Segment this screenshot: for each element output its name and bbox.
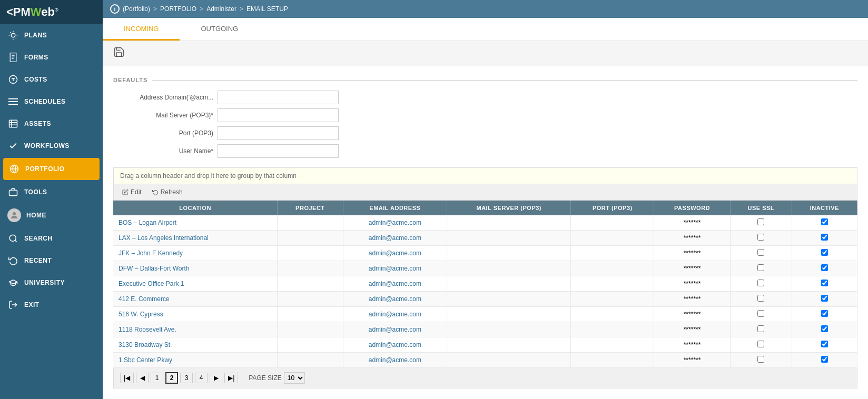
address-domain-input[interactable] [218, 91, 339, 104]
table-row[interactable]: 412 E. Commerceadmin@acme.com******* [113, 292, 857, 307]
page-3-button[interactable]: 3 [180, 373, 193, 383]
use-ssl-checkbox[interactable] [757, 325, 764, 332]
mail-server-label: Mail Server (POP3)* [113, 112, 213, 119]
nav-items: PLANS FORMS COSTS SCHEDULES [0, 24, 103, 316]
col-password[interactable]: PASSWORD [654, 201, 731, 215]
sidebar-item-university[interactable]: UNIVERSITY [0, 272, 103, 294]
page-last-button[interactable]: ▶| [224, 373, 238, 383]
inactive-checkbox[interactable] [821, 310, 828, 317]
save-button[interactable] [110, 45, 128, 62]
page-first-button[interactable]: |◀ [120, 373, 134, 383]
table-row[interactable]: 1 Sbc Center Pkwyadmin@acme.com******* [113, 353, 857, 368]
sidebar-item-workflows[interactable]: WORKFLOWS [0, 135, 103, 157]
inactive-checkbox[interactable] [821, 341, 828, 347]
inactive-checkbox[interactable] [821, 280, 828, 286]
inactive-checkbox[interactable] [821, 234, 828, 241]
sidebar-item-assets[interactable]: ASSETS [0, 113, 103, 135]
inactive-checkbox[interactable] [821, 356, 828, 363]
use-ssl-checkbox[interactable] [757, 218, 764, 225]
tools-icon [7, 186, 19, 198]
sidebar-item-label: ASSETS [24, 120, 51, 127]
table-row[interactable]: Executive Office Park 1admin@acme.com***… [113, 276, 857, 292]
table-row[interactable]: 516 W. Cypressadmin@acme.com******* [113, 307, 857, 322]
breadcrumb-email-setup: EMAIL SETUP [246, 5, 288, 13]
sidebar-item-label: PLANS [24, 32, 47, 39]
schedules-icon [7, 96, 19, 107]
sidebar-item-home[interactable]: HOME [0, 203, 103, 227]
sidebar: <PMWeb® PLANS FORMS COSTS [0, 0, 103, 399]
col-inactive[interactable]: INACTIVE [792, 201, 857, 215]
inactive-checkbox[interactable] [821, 295, 828, 302]
col-email[interactable]: EMAIL ADDRESS [343, 201, 447, 215]
sidebar-item-schedules[interactable]: SCHEDULES [0, 91, 103, 113]
inactive-checkbox[interactable] [821, 264, 828, 271]
sidebar-item-forms[interactable]: FORMS [0, 46, 103, 68]
sidebar-item-label: RECENT [24, 257, 52, 264]
sidebar-item-plans[interactable]: PLANS [0, 24, 103, 46]
page-1-button[interactable]: 1 [151, 373, 163, 383]
sidebar-item-label: FORMS [24, 54, 48, 61]
sidebar-item-label: TOOLS [24, 188, 47, 196]
sidebar-item-exit[interactable]: EXIT [0, 294, 103, 316]
sidebar-item-tools[interactable]: TOOLS [0, 181, 103, 203]
page-next-button[interactable]: ▶ [210, 373, 222, 383]
exit-icon [7, 299, 19, 311]
page-size-select[interactable]: 10 25 50 [284, 372, 305, 384]
sidebar-item-recent[interactable]: RECENT [0, 250, 103, 272]
use-ssl-checkbox[interactable] [757, 356, 764, 363]
col-project[interactable]: PROJECT [278, 201, 343, 215]
drag-hint: Drag a column header and drop it here to… [113, 167, 857, 184]
address-domain-label: Address Domain('@acm... [113, 94, 213, 101]
table-row[interactable]: JFK – John F Kennedyadmin@acme.com******… [113, 246, 857, 261]
use-ssl-checkbox[interactable] [757, 310, 764, 317]
table-row[interactable]: BOS – Logan Airportadmin@acme.com******* [113, 215, 857, 231]
col-location[interactable]: LOCATION [113, 201, 278, 215]
page-2-button[interactable]: 2 [165, 372, 178, 384]
sidebar-item-label: UNIVERSITY [24, 279, 65, 286]
use-ssl-checkbox[interactable] [757, 295, 764, 302]
use-ssl-checkbox[interactable] [757, 249, 764, 256]
forms-icon [7, 52, 19, 63]
defaults-header: DEFAULTS [113, 77, 857, 83]
col-use-ssl[interactable]: USE SSL [731, 201, 792, 215]
mail-server-input[interactable] [218, 108, 339, 122]
svg-line-4 [16, 38, 16, 38]
refresh-button[interactable]: Refresh [148, 187, 187, 197]
inactive-checkbox[interactable] [821, 325, 828, 332]
portfolio-icon [8, 163, 20, 175]
sidebar-item-costs[interactable]: COSTS [0, 68, 103, 91]
username-input[interactable] [218, 144, 339, 158]
svg-line-26 [15, 240, 16, 242]
port-input[interactable] [218, 126, 339, 140]
portfolio-breadcrumb-link[interactable]: (Portfolio) [123, 5, 150, 13]
edit-button[interactable]: Edit [118, 187, 146, 197]
plans-icon [7, 29, 19, 41]
use-ssl-checkbox[interactable] [757, 234, 764, 241]
sidebar-item-search[interactable]: SEARCH [0, 227, 103, 250]
table-row[interactable]: LAX – Los Angeles Internationaladmin@acm… [113, 231, 857, 246]
info-icon[interactable]: i [110, 4, 120, 14]
table-row[interactable]: 1118 Roosevelt Ave.admin@acme.com******* [113, 322, 857, 337]
inactive-checkbox[interactable] [821, 249, 828, 256]
workflows-icon [7, 140, 19, 152]
toolbar [103, 41, 868, 66]
table-row[interactable]: DFW – Dallas-Fort Worthadmin@acme.com***… [113, 261, 857, 276]
use-ssl-checkbox[interactable] [757, 264, 764, 271]
sidebar-item-label: SCHEDULES [24, 98, 66, 105]
username-label: User Name* [113, 147, 213, 155]
tab-incoming[interactable]: INCOMING [103, 18, 180, 41]
breadcrumb-portfolio: PORTFOLIO [160, 5, 196, 13]
col-mail-server[interactable]: MAIL SERVER (POP3) [447, 201, 571, 215]
inactive-checkbox[interactable] [821, 218, 828, 225]
main-content: i (Portfolio) > PORTFOLIO > Administer >… [103, 0, 868, 399]
use-ssl-checkbox[interactable] [757, 280, 764, 286]
logo-area: <PMWeb® [0, 0, 103, 24]
page-4-button[interactable]: 4 [195, 373, 208, 383]
svg-point-25 [9, 235, 16, 241]
use-ssl-checkbox[interactable] [757, 341, 764, 347]
sidebar-item-portfolio[interactable]: PORTFOLIO [3, 158, 100, 180]
tab-outgoing[interactable]: OUTGOING [180, 18, 259, 41]
page-prev-button[interactable]: ◀ [136, 373, 149, 383]
col-port[interactable]: PORT (POP3) [571, 201, 654, 215]
table-row[interactable]: 3130 Broadway St.admin@acme.com******* [113, 337, 857, 353]
